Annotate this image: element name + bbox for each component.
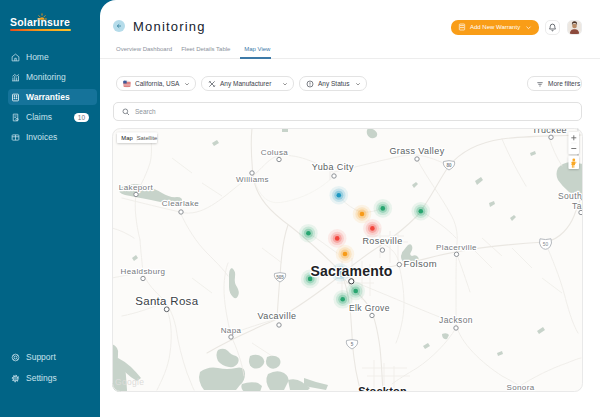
svg-text:Stockton: Stockton — [358, 385, 407, 392]
svg-text:Placerville: Placerville — [436, 243, 477, 252]
svg-text:505: 505 — [276, 275, 284, 280]
svg-text:Map: Map — [121, 135, 132, 141]
svg-text:Truckee: Truckee — [532, 128, 567, 135]
svg-text:Vacaville: Vacaville — [258, 311, 297, 321]
svg-text:Lakeport: Lakeport — [119, 183, 154, 192]
svg-text:Williams: Williams — [236, 175, 269, 184]
svg-text:80: 80 — [446, 163, 452, 168]
svg-text:Satellite: Satellite — [137, 135, 158, 141]
svg-text:Yuba City: Yuba City — [312, 162, 354, 172]
svg-text:Clearlake: Clearlake — [162, 199, 200, 208]
svg-text:Tah: Tah — [572, 201, 583, 211]
svg-text:Colusa: Colusa — [261, 148, 288, 157]
svg-text:Napa: Napa — [221, 326, 242, 335]
svg-text:5: 5 — [351, 342, 354, 347]
svg-text:Roseville: Roseville — [362, 236, 402, 246]
svg-text:Google: Google — [115, 377, 144, 387]
svg-text:Healdsburg: Healdsburg — [121, 267, 166, 276]
svg-text:Sonora: Sonora — [506, 383, 534, 392]
svg-text:Folsom: Folsom — [404, 258, 438, 269]
svg-text:50: 50 — [543, 242, 549, 247]
svg-text:Jackson: Jackson — [439, 315, 473, 325]
svg-text:Santa Rosa: Santa Rosa — [135, 295, 198, 307]
svg-text:Grass Valley: Grass Valley — [389, 146, 444, 156]
svg-text:Elk Grove: Elk Grove — [349, 303, 390, 313]
svg-text:Sacramento: Sacramento — [310, 263, 392, 279]
